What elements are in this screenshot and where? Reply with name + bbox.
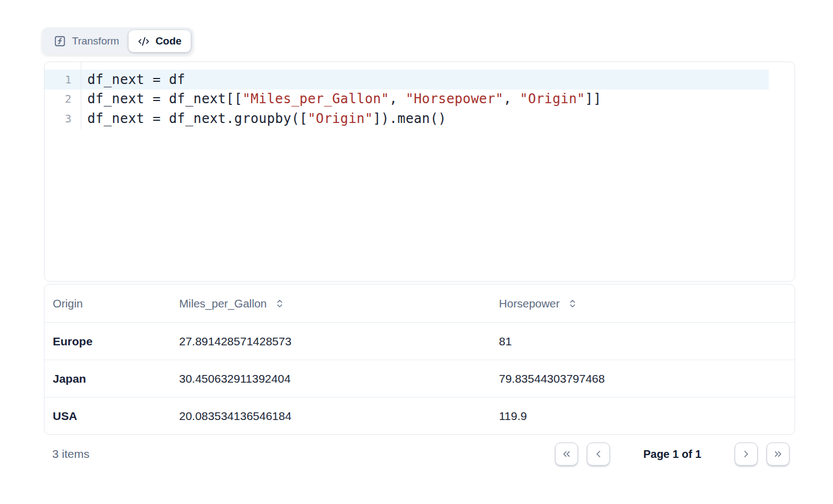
line-number: 3 xyxy=(45,112,81,125)
code-icon xyxy=(138,36,149,47)
column-label: Origin xyxy=(53,297,83,310)
cell-miles-per-gallon: 20.083534136546184 xyxy=(179,410,499,423)
column-label: Horsepower xyxy=(499,297,560,310)
column-header-horsepower: Horsepower xyxy=(499,297,795,310)
last-page-button[interactable] xyxy=(767,443,790,466)
code-line-text: df_next = df xyxy=(81,72,185,87)
table-body: Europe27.89142857142857381Japan30.450632… xyxy=(45,322,795,434)
table-row: USA20.083534136546184119.9 xyxy=(45,397,795,434)
table-header-row: Origin Miles_per_Gallon Horsepower xyxy=(45,284,795,322)
code-line-text: df_next = df_next.groupby(["Origin"]).me… xyxy=(81,111,446,126)
chevron-left-icon xyxy=(593,449,604,460)
column-label: Miles_per_Gallon xyxy=(179,297,267,310)
function-square-icon xyxy=(54,35,66,47)
items-count: 3 items xyxy=(44,447,90,461)
code-line[interactable]: 2df_next = df_next[["Miles_per_Gallon", … xyxy=(45,89,795,109)
first-page-button[interactable] xyxy=(555,443,578,466)
line-number: 2 xyxy=(45,92,81,105)
cell-miles-per-gallon: 27.891428571428573 xyxy=(179,335,499,348)
gutter-divider xyxy=(81,62,81,129)
cell-origin: USA xyxy=(45,410,179,423)
line-number: 1 xyxy=(45,73,81,86)
sort-icon[interactable] xyxy=(568,299,577,309)
pagination: Page 1 of 1 xyxy=(555,443,790,466)
chevrons-left-icon xyxy=(561,449,572,460)
cell-origin: Europe xyxy=(45,335,179,348)
cell-origin: Japan xyxy=(45,372,179,385)
table-row: Europe27.89142857142857381 xyxy=(45,322,795,360)
cell-horsepower: 81 xyxy=(499,335,795,348)
tab-transform[interactable]: Transform xyxy=(45,30,129,52)
cell-horsepower: 79.83544303797468 xyxy=(499,372,795,385)
code-editor[interactable]: 1df_next = df2df_next = df_next[["Miles_… xyxy=(44,61,795,282)
tab-code-label: Code xyxy=(156,35,182,47)
cell-horsepower: 119.9 xyxy=(499,410,795,423)
next-page-button[interactable] xyxy=(735,443,758,466)
column-header-origin: Origin xyxy=(45,297,179,310)
code-line[interactable]: 1df_next = df xyxy=(45,70,769,89)
table-row: Japan30.45063291139240479.83544303797468 xyxy=(45,360,795,397)
previous-page-button[interactable] xyxy=(587,443,610,466)
table-footer: 3 items Page 1 of 1 xyxy=(44,442,795,466)
sort-icon[interactable] xyxy=(275,299,285,309)
page-indicator: Page 1 of 1 xyxy=(610,448,735,461)
code-line-text: df_next = df_next[["Miles_per_Gallon", "… xyxy=(81,91,602,107)
result-table: Origin Miles_per_Gallon Horsepower Europ… xyxy=(44,284,795,435)
view-toggle: Transform Code xyxy=(42,27,193,55)
tab-code[interactable]: Code xyxy=(129,30,191,52)
chevrons-right-icon xyxy=(773,449,784,460)
chevron-right-icon xyxy=(741,449,752,460)
cell-miles-per-gallon: 30.450632911392404 xyxy=(179,372,499,385)
code-line[interactable]: 3df_next = df_next.groupby(["Origin"]).m… xyxy=(45,109,795,128)
code-editor-lines: 1df_next = df2df_next = df_next[["Miles_… xyxy=(45,62,795,128)
column-header-miles-per-gallon: Miles_per_Gallon xyxy=(179,297,499,310)
tab-transform-label: Transform xyxy=(72,35,119,47)
